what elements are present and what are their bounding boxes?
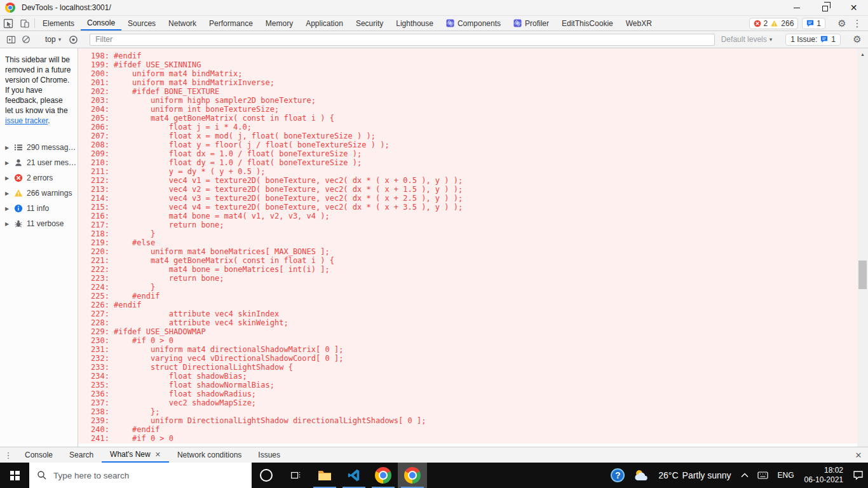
get-help-button[interactable]: ? (606, 463, 629, 488)
tab-memory[interactable]: Memory (259, 16, 299, 30)
action-center-button[interactable] (848, 463, 868, 488)
inspect-element-button[interactable] (0, 16, 17, 30)
expand-arrow-icon[interactable]: ▶ (5, 175, 10, 181)
clear-console-button[interactable] (20, 35, 32, 44)
vscode-button[interactable] (339, 463, 369, 488)
console-line: 227: attribute vec4 skinIndex (91, 309, 857, 318)
expand-arrow-icon[interactable]: ▶ (5, 191, 10, 196)
tab-application[interactable]: Application (299, 16, 349, 30)
close-button[interactable]: ✕ (839, 0, 868, 15)
drawer: ⋮ ConsoleSearchWhat's New✕Network condit… (0, 447, 868, 463)
console-line: 240: #endif (91, 425, 857, 434)
drawer-tab-what-s-new[interactable]: What's New✕ (102, 447, 169, 463)
notification-icon (853, 470, 864, 480)
errors-warnings-badge[interactable]: 2 266 (749, 18, 799, 29)
live-expression-button[interactable] (67, 35, 79, 44)
chrome-active-button[interactable] (398, 463, 427, 488)
tab-components[interactable]: Components (440, 16, 507, 30)
minimize-button[interactable] (782, 0, 811, 15)
sidebar-item-2-errors[interactable]: ▶2 errors (0, 170, 78, 186)
tab-performance[interactable]: Performance (203, 16, 259, 30)
drawer-tab-console[interactable]: Console (17, 447, 61, 463)
tab-profiler[interactable]: Profiler (507, 16, 555, 30)
warning-badge-icon (770, 20, 778, 27)
context-selector-value: top (45, 35, 56, 44)
tab-network[interactable]: Network (162, 16, 203, 30)
issues-count: 1 (831, 35, 836, 44)
react-icon (446, 19, 454, 27)
tabbar-right-controls: 2 266 1 ⚙ ⋮ (749, 16, 868, 30)
file-explorer-button[interactable] (310, 463, 339, 488)
console-scrollbar[interactable]: ▲ (857, 48, 868, 447)
log-levels-dropdown[interactable]: Default levels ▾ (719, 35, 775, 44)
console-line: 199: #ifdef USE_SKINNING (91, 60, 857, 69)
sidebar-item-21-user-mes[interactable]: ▶21 user mes… (0, 155, 78, 170)
language-indicator[interactable]: ENG (773, 471, 799, 480)
divider (34, 18, 35, 28)
clock[interactable]: 18:02 06-10-2021 (799, 466, 848, 485)
chrome-button[interactable] (369, 463, 398, 488)
drawer-tab-search[interactable]: Search (61, 447, 102, 463)
filter-input[interactable] (90, 34, 714, 46)
tab-console[interactable]: Console (81, 16, 121, 30)
messages-badge[interactable]: 1 (802, 18, 825, 29)
console-line: 224: } (91, 283, 857, 292)
tab-label: Security (356, 19, 383, 28)
console-line: 203: uniform highp sampler2D boneTexture… (91, 96, 857, 105)
tab-label: Sources (128, 19, 156, 28)
expand-arrow-icon[interactable]: ▶ (5, 206, 10, 212)
tab-lighthouse[interactable]: Lighthouse (390, 16, 440, 30)
close-icon: ✕ (850, 3, 858, 13)
console-sidebar-toggle-button[interactable] (5, 35, 17, 44)
console-line: 231: uniform mat4 directionalShadowMatri… (91, 345, 857, 354)
drawer-tab-network-conditions[interactable]: Network conditions (169, 447, 250, 463)
sidebar-item-290-messag[interactable]: ▶290 messag… (0, 140, 78, 155)
sidebar-deprecation-notice: This sidebar will be removed in a future… (0, 48, 78, 131)
weather-widget[interactable] (629, 463, 653, 488)
tab-security[interactable]: Security (349, 16, 390, 30)
cortana-icon (260, 469, 273, 482)
show-hidden-icons-button[interactable] (736, 463, 753, 488)
start-button[interactable] (0, 463, 29, 488)
main-menu-button[interactable]: ⋮ (851, 18, 863, 29)
tab-label: Network (168, 19, 196, 28)
scrollbar-thumb[interactable] (858, 261, 867, 289)
console-line: 237: vec2 shadowMapSize; (91, 398, 857, 407)
console-line: 223: return bone; (91, 274, 857, 283)
expand-arrow-icon[interactable]: ▶ (5, 160, 10, 166)
drawer-tab-label: Network conditions (177, 451, 241, 459)
issues-button[interactable]: 1 Issue: 1 (785, 34, 841, 46)
restore-button[interactable] (811, 0, 839, 15)
touch-keyboard-button[interactable] (753, 463, 773, 488)
sidebar-item-11-info[interactable]: ▶11 info (0, 201, 78, 216)
console-settings-button[interactable]: ⚙ (851, 34, 863, 45)
taskbar-search[interactable] (29, 463, 252, 488)
close-icon[interactable]: ✕ (155, 451, 161, 459)
task-view-button[interactable] (281, 463, 310, 488)
issue-tracker-link[interactable]: issue tracker (5, 116, 48, 125)
tab-sources[interactable]: Sources (121, 16, 162, 30)
sidebar-item-266-warnings[interactable]: ▶266 warnings (0, 186, 78, 201)
clear-console-icon (22, 35, 31, 44)
sidebar-item-11-verbose[interactable]: ▶11 verbose (0, 216, 78, 231)
drawer-menu-button[interactable]: ⋮ (0, 447, 17, 463)
weather-text[interactable]: 26°C Partly sunny (653, 470, 736, 480)
console-output[interactable]: 198: #endif199: #ifdef USE_SKINNING200: … (78, 48, 868, 447)
tab-elements[interactable]: Elements (36, 16, 81, 30)
console-messages: 198: #endif199: #ifdef USE_SKINNING200: … (78, 48, 857, 444)
list-icon (14, 143, 23, 152)
taskbar-search-input[interactable] (53, 471, 225, 480)
drawer-close-button[interactable]: ✕ (849, 447, 868, 463)
context-selector[interactable]: top ▾ (43, 35, 64, 44)
tab-webxr[interactable]: WebXR (620, 16, 658, 30)
drawer-tab-issues[interactable]: Issues (250, 447, 288, 463)
expand-arrow-icon[interactable]: ▶ (5, 145, 10, 151)
cortana-button[interactable] (252, 463, 281, 488)
tab-editthiscookie[interactable]: EditThisCookie (555, 16, 620, 30)
expand-arrow-icon[interactable]: ▶ (5, 221, 10, 227)
console-line: 242: uniform mat4 spotShadowMatrix[ 0 ]; (91, 443, 857, 444)
device-toolbar-button[interactable] (17, 16, 33, 30)
scrollbar-up-arrow[interactable]: ▲ (857, 50, 868, 58)
settings-button[interactable]: ⚙ (836, 18, 848, 29)
help-icon: ? (611, 468, 625, 482)
